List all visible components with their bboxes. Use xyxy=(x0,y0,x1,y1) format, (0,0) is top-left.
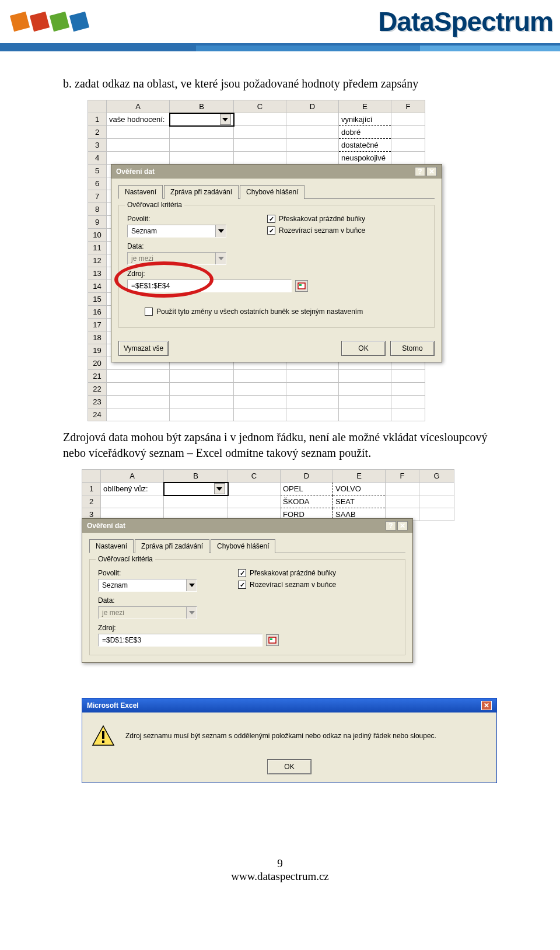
footer-url: www.dataspectrum.cz xyxy=(52,870,508,883)
col-header[interactable]: F xyxy=(391,100,425,113)
cell[interactable]: vaše hodnocení: xyxy=(107,113,170,126)
chevron-down-icon[interactable] xyxy=(186,579,197,591)
fieldset-legend: Ověřovací kritéria xyxy=(125,201,184,209)
puzzle-icon xyxy=(30,12,50,32)
col-header[interactable]: G xyxy=(419,470,454,483)
criteria-fieldset: Ověřovací kritéria Povolit: Seznam Data:… xyxy=(118,205,435,328)
page-footer: 9 www.dataspectrum.cz xyxy=(52,857,508,883)
cell[interactable] xyxy=(286,113,339,126)
cell-selected[interactable] xyxy=(164,483,228,495)
messagebox-text: Zdroj seznamu musí být seznam s oddělený… xyxy=(125,732,487,740)
puzzle-icon xyxy=(10,12,30,32)
row-header[interactable]: 1 xyxy=(88,113,107,126)
spreadsheet-grid[interactable]: A B C D E F G 1 oblíbený vůz: OPEL VOLVO… xyxy=(82,469,454,521)
messagebox-titlebar[interactable]: Microsoft Excel ✕ xyxy=(82,698,496,712)
dialog-titlebar[interactable]: Ověření dat ? ✕ xyxy=(111,165,442,179)
help-icon[interactable]: ? xyxy=(386,521,396,530)
checkbox-apply-all[interactable]: Použít tyto změny u všech ostatních buně… xyxy=(145,308,426,316)
col-header[interactable]: E xyxy=(339,100,391,113)
checkbox-incell-dropdown[interactable]: ✓ Rozevírací seznam v buňce xyxy=(267,226,365,235)
chevron-down-icon xyxy=(215,253,226,264)
col-header[interactable]: B xyxy=(170,100,234,113)
data-validation-dialog: Ověření dat ? ✕ Nastavení Zpráva při zad… xyxy=(111,164,442,362)
checkbox-incell-dropdown[interactable]: ✓ Rozevírací seznam v buňce xyxy=(238,581,336,589)
source-input[interactable]: =$E$1:$E$4 xyxy=(127,280,292,292)
cell[interactable]: dobré xyxy=(339,126,391,139)
figure-1: A B C D E F 1 vaše hodnocení: vynikající… xyxy=(88,100,508,421)
row-header[interactable]: 4 xyxy=(88,152,107,165)
cell-selected[interactable] xyxy=(170,113,234,126)
tab-settings[interactable]: Nastavení xyxy=(118,185,163,199)
warning-icon xyxy=(92,724,115,748)
figure-2: A B C D E F G 1 oblíbený vůz: OPEL VOLVO… xyxy=(82,469,508,834)
ok-button[interactable]: OK xyxy=(341,341,386,356)
close-icon[interactable]: ✕ xyxy=(426,167,437,176)
cell[interactable]: dostatečné xyxy=(339,139,391,152)
cell[interactable]: OPEL xyxy=(281,483,333,495)
page-header: DataSpectrum xyxy=(0,0,560,46)
help-icon[interactable]: ? xyxy=(415,167,425,176)
col-header[interactable]: B xyxy=(164,470,228,483)
chevron-down-icon[interactable] xyxy=(215,225,226,237)
cell[interactable]: oblíbený vůz: xyxy=(101,483,164,495)
allow-combo[interactable]: Seznam xyxy=(127,225,226,238)
data-combo: je mezi xyxy=(127,252,226,265)
source-input[interactable]: =$D$1:$E$3 xyxy=(98,634,262,647)
allow-combo[interactable]: Seznam xyxy=(98,579,197,592)
col-header[interactable]: A xyxy=(101,470,164,483)
col-header[interactable]: C xyxy=(228,470,281,483)
cell[interactable] xyxy=(391,113,425,126)
check-icon: ✓ xyxy=(238,581,246,589)
cell[interactable] xyxy=(228,483,281,495)
col-header[interactable]: D xyxy=(286,100,339,113)
cell[interactable]: neuspokojivé xyxy=(339,152,391,165)
tab-error-alert[interactable]: Chybové hlášení xyxy=(240,185,304,199)
dropdown-icon[interactable] xyxy=(220,114,231,125)
fieldset-legend: Ověřovací kritéria xyxy=(96,555,155,563)
close-icon[interactable]: ✕ xyxy=(481,701,492,710)
svg-rect-9 xyxy=(270,638,272,640)
row-header[interactable]: 1 xyxy=(82,483,101,495)
tab-settings[interactable]: Nastavení xyxy=(89,539,134,553)
cell[interactable] xyxy=(234,113,286,126)
col-header[interactable]: D xyxy=(281,470,333,483)
cancel-button[interactable]: Storno xyxy=(390,341,435,356)
tab-input-message[interactable]: Zpráva při zadávání xyxy=(135,539,209,553)
tab-input-message[interactable]: Zpráva při zadávání xyxy=(164,185,239,199)
range-select-icon[interactable] xyxy=(266,634,279,646)
svg-marker-6 xyxy=(189,584,195,587)
tab-error-alert[interactable]: Chybové hlášení xyxy=(211,539,275,553)
svg-marker-1 xyxy=(218,229,224,233)
accent-bar xyxy=(0,46,560,51)
col-header[interactable]: A xyxy=(107,100,170,113)
checkbox-skip-blank[interactable]: ✓ Přeskakovat prázdné buňky xyxy=(238,569,336,577)
clear-all-button[interactable]: Vymazat vše xyxy=(118,341,169,356)
row-header[interactable]: 3 xyxy=(88,139,107,152)
cell[interactable]: VOLVO xyxy=(333,483,386,495)
check-icon: ✓ xyxy=(267,226,275,235)
checkbox-skip-blank[interactable]: ✓ Přeskakovat prázdné buňky xyxy=(267,215,365,223)
range-select-icon[interactable] xyxy=(295,280,308,292)
source-label: Zdroj: xyxy=(98,624,238,632)
dialog-titlebar[interactable]: Ověření dat ? ✕ xyxy=(82,519,412,533)
corner-cell[interactable] xyxy=(88,100,107,113)
checkbox-empty-icon xyxy=(145,308,153,316)
svg-rect-12 xyxy=(102,741,104,743)
svg-rect-4 xyxy=(299,284,302,286)
body-paragraph: b. zadat odkaz na oblast, ve které jsou … xyxy=(63,76,508,92)
cell[interactable]: ŠKODA xyxy=(281,495,333,508)
svg-marker-7 xyxy=(189,611,195,614)
chevron-down-icon xyxy=(186,607,197,619)
dialog-title-text: Ověření dat xyxy=(116,167,155,176)
svg-marker-5 xyxy=(216,487,222,491)
col-header[interactable]: E xyxy=(333,470,386,483)
dropdown-icon[interactable] xyxy=(214,483,225,494)
cell[interactable]: SEAT xyxy=(333,495,386,508)
row-header[interactable]: 2 xyxy=(88,126,107,139)
cell[interactable]: vynikající xyxy=(339,113,391,126)
corner-cell[interactable] xyxy=(82,470,101,483)
ok-button[interactable]: OK xyxy=(267,759,312,774)
close-icon[interactable]: ✕ xyxy=(397,521,408,530)
col-header[interactable]: C xyxy=(234,100,286,113)
col-header[interactable]: F xyxy=(386,470,419,483)
